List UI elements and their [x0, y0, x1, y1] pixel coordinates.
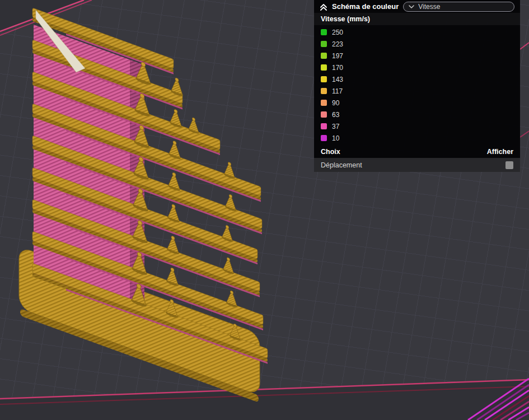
legend-section-title: Vitesse (mm/s) — [314, 13, 520, 25]
legend-value: 63 — [332, 111, 339, 119]
choice-column-header: Choix — [321, 148, 340, 156]
travel-checkbox[interactable] — [505, 161, 513, 169]
color-swatch — [321, 111, 327, 118]
panel-title: Schéma de couleur — [332, 2, 399, 11]
legend-item: 143 — [314, 73, 520, 85]
color-swatch — [321, 100, 327, 106]
option-row-travel[interactable]: Déplacement — [314, 158, 520, 172]
legend-item: 37 — [314, 120, 520, 132]
color-swatch — [321, 88, 327, 94]
legend-value: 117 — [332, 87, 343, 95]
legend-item: 197 — [314, 50, 520, 62]
color-swatch — [321, 53, 327, 59]
legend-value: 250 — [332, 29, 343, 36]
legend-item: 170 — [314, 62, 520, 73]
legend-item: 63 — [314, 109, 520, 120]
color-swatch — [321, 123, 327, 129]
color-swatch — [321, 29, 327, 35]
show-column-header: Afficher — [487, 148, 513, 156]
options-header: Choix Afficher — [314, 145, 520, 158]
speed-tower-model — [19, 8, 268, 403]
legend-value: 10 — [332, 134, 339, 142]
legend-item: 10 — [314, 132, 520, 144]
color-scheme-dropdown[interactable]: Vitesse — [403, 2, 514, 12]
travel-option-label: Déplacement — [321, 161, 362, 169]
color-swatch — [321, 135, 327, 141]
legend-item: 90 — [314, 97, 520, 109]
legend-item: 117 — [314, 85, 520, 97]
color-swatch — [321, 64, 327, 71]
color-swatch — [321, 41, 327, 47]
color-swatch — [321, 76, 327, 82]
legend-list: 250 223 197 170 143 117 90 63 — [314, 25, 520, 145]
legend-item: 223 — [314, 38, 520, 50]
legend-panel-header: Schéma de couleur Vitesse — [314, 0, 520, 13]
legend-value: 223 — [332, 40, 343, 48]
legend-value: 197 — [332, 52, 343, 60]
legend-item: 250 — [314, 26, 520, 38]
scheme-dropdown-value: Vitesse — [418, 3, 440, 11]
legend-value: 90 — [332, 99, 339, 107]
chevron-down-icon — [409, 4, 414, 9]
legend-panel: Schéma de couleur Vitesse Vitesse (mm/s)… — [314, 0, 520, 172]
bed-outline-right-fragments — [520, 43, 529, 137]
legend-value: 170 — [332, 64, 343, 72]
legend-value: 37 — [332, 123, 339, 130]
collapse-panel-icon[interactable] — [320, 3, 327, 11]
bed-outline-bottom — [0, 380, 529, 420]
legend-value: 143 — [332, 76, 343, 83]
